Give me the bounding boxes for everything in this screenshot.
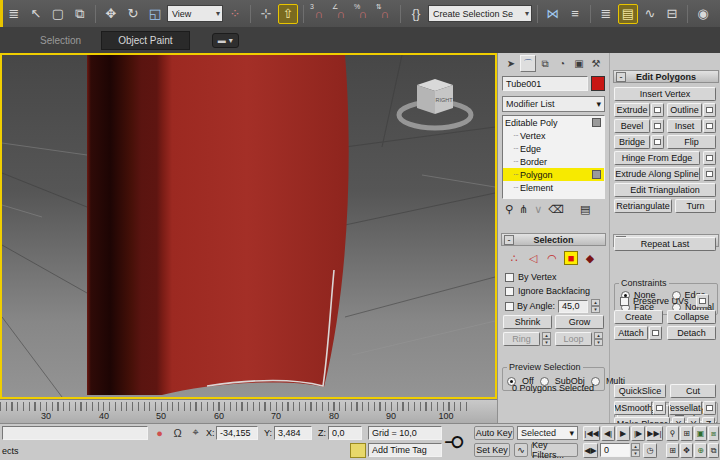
motion-tab-icon[interactable]: ◔	[554, 55, 570, 72]
material-editor-icon[interactable]: ◉	[693, 4, 713, 24]
make-unique-icon[interactable]: ∨	[534, 203, 542, 216]
ribbon-options-button[interactable]: ▬ ▾	[212, 33, 239, 48]
key-filter-dropdown[interactable]: Selected ▾	[517, 426, 578, 440]
viewport-canvas[interactable]: RIGHT	[2, 55, 495, 397]
quickslice-button[interactable]: QuickSlice	[614, 384, 666, 398]
mirror-icon[interactable]: ⋈	[543, 4, 563, 24]
next-frame-button[interactable]: |▶	[631, 426, 645, 441]
flip-button[interactable]: Flip	[667, 135, 716, 149]
select-scale-icon[interactable]: ◱	[145, 4, 165, 24]
pan-icon[interactable]: ✥	[680, 443, 693, 458]
rectangular-region-icon[interactable]: ▢	[48, 4, 68, 24]
set-keys-button[interactable]: ⚲	[443, 434, 467, 449]
x-coordinate-field[interactable]: -34,155	[216, 426, 258, 440]
snap-toggle-3d-icon[interactable]: 3∩	[309, 4, 329, 24]
maximize-viewport-icon[interactable]: ⧉	[708, 443, 719, 458]
window-crossing-icon[interactable]: ⧉	[70, 4, 90, 24]
zoom-extents-icon[interactable]: ▣	[694, 426, 707, 441]
bridge-button[interactable]: Bridge	[614, 135, 650, 149]
curve-editor-icon[interactable]: ∿	[640, 4, 660, 24]
element-subobject-icon[interactable]: ◆	[583, 251, 597, 265]
select-by-name-icon[interactable]: ≣	[4, 4, 24, 24]
by-vertex-checkbox[interactable]	[505, 273, 514, 282]
grow-button[interactable]: Grow	[555, 315, 604, 329]
keyboard-override-icon[interactable]: ⇧	[278, 4, 298, 24]
stack-onoff-icon[interactable]	[592, 170, 601, 179]
bevel-button[interactable]: Bevel	[614, 119, 650, 133]
ribbon-toggle-icon[interactable]: ▤	[618, 4, 638, 24]
loop-spinner[interactable]: ▴▾	[594, 332, 603, 346]
goto-start-button[interactable]: |◀◀	[583, 426, 600, 441]
perspective-viewport[interactable]: RIGHT	[0, 53, 497, 399]
by-angle-checkbox[interactable]	[505, 302, 514, 311]
key-filters-button[interactable]: Key Filters...	[531, 443, 578, 457]
msmooth-settings-icon[interactable]	[653, 401, 666, 415]
render-setup-icon[interactable]: ♨	[715, 4, 720, 24]
set-key-button[interactable]: Set Key	[474, 443, 510, 457]
angle-snap-icon[interactable]: ∠∩	[331, 4, 351, 24]
stack-row-edge[interactable]: ···Edge	[503, 142, 604, 155]
outline-button[interactable]: Outline	[667, 103, 702, 117]
time-ruler[interactable]: 30 40 50 60 70 80 90 100	[0, 399, 497, 423]
key-mode-toggle[interactable]: ◀▶	[583, 443, 598, 458]
inset-button[interactable]: Inset	[667, 119, 702, 133]
z-coordinate-field[interactable]: 0,0	[328, 426, 362, 440]
modifier-list-dropdown[interactable]: Modifier List ▾	[502, 96, 605, 112]
create-tab-icon[interactable]: ➤	[503, 55, 519, 72]
edit-polygons-rollout-header[interactable]: - Edit Polygons	[613, 70, 719, 83]
align-icon[interactable]: ≡	[565, 4, 585, 24]
attach-settings-icon[interactable]	[649, 326, 662, 340]
msmooth-button[interactable]: MSmooth	[614, 401, 652, 415]
object-color-swatch[interactable]	[591, 76, 605, 91]
goto-end-button[interactable]: ▶▶|	[646, 426, 663, 441]
layer-manager-icon[interactable]: ≣	[596, 4, 616, 24]
collapse-icon[interactable]: -	[616, 72, 626, 82]
cut-button[interactable]: Cut	[670, 384, 716, 398]
object-name-field[interactable]: Tube001	[502, 76, 588, 91]
stack-row-element[interactable]: ···Element	[503, 181, 604, 194]
default-tangent-icon[interactable]: ∿	[514, 443, 528, 457]
extrude-along-spline-settings-icon[interactable]	[703, 167, 716, 181]
inset-settings-icon[interactable]	[703, 119, 716, 133]
time-configuration-button[interactable]: ◷	[643, 443, 657, 458]
select-rotate-icon[interactable]: ↻	[123, 4, 143, 24]
shrink-button[interactable]: Shrink	[503, 315, 552, 329]
stack-onoff-icon[interactable]	[592, 118, 601, 127]
configure-modifier-sets-icon[interactable]: ▤	[580, 203, 590, 216]
modifier-stack[interactable]: Editable Poly ···Vertex ···Edge ···Borde…	[502, 115, 605, 199]
stack-row-vertex[interactable]: ···Vertex	[503, 129, 604, 142]
collapse-icon[interactable]: -	[504, 235, 514, 245]
tab-object-paint[interactable]: Object Paint	[101, 31, 189, 50]
edit-named-sets-icon[interactable]: {}	[406, 4, 426, 24]
hinge-from-edge-button[interactable]: Hinge From Edge	[614, 151, 700, 165]
degradation-bulb-icon[interactable]: ●	[152, 425, 167, 440]
insert-vertex-button[interactable]: Insert Vertex	[614, 87, 716, 101]
bridge-settings-icon[interactable]	[651, 135, 664, 149]
detach-button[interactable]: Detach	[667, 326, 716, 340]
angle-spinner[interactable]: ▴▾	[591, 299, 600, 313]
utilities-tab-icon[interactable]: ⚒	[588, 55, 604, 72]
outline-settings-icon[interactable]	[703, 103, 716, 117]
stack-row-border[interactable]: ···Border	[503, 155, 604, 168]
vertex-subobject-icon[interactable]: ∴	[507, 251, 521, 265]
tessellate-button[interactable]: Tessellate	[669, 401, 702, 415]
show-end-result-icon[interactable]: ⋔	[519, 203, 528, 216]
extrude-settings-icon[interactable]	[651, 103, 664, 117]
retriangulate-button[interactable]: Retriangulate	[614, 199, 672, 213]
selection-rollout-header[interactable]: - Selection	[501, 233, 606, 246]
orbit-icon[interactable]: ⊕	[694, 443, 707, 458]
loop-button[interactable]: Loop	[555, 332, 592, 346]
y-coordinate-field[interactable]: 3,484	[274, 426, 312, 440]
extrude-button[interactable]: Extrude	[614, 103, 650, 117]
bevel-settings-icon[interactable]	[651, 119, 664, 133]
create-button[interactable]: Create	[614, 310, 663, 324]
transform-typein-icon[interactable]: ⌖	[188, 425, 203, 440]
percent-snap-icon[interactable]: %∩	[353, 4, 373, 24]
zoom-all-icon[interactable]: ⊞	[680, 426, 693, 441]
border-subobject-icon[interactable]: ◠	[545, 251, 559, 265]
tube-object[interactable]	[87, 55, 349, 395]
select-object-icon[interactable]: ↖	[26, 4, 46, 24]
use-pivot-center-icon[interactable]: ⁘	[225, 4, 245, 24]
named-selection-set-dropdown[interactable]: Create Selection Se ▾	[428, 5, 532, 22]
modify-tab-icon[interactable]: ⌒	[520, 55, 536, 72]
